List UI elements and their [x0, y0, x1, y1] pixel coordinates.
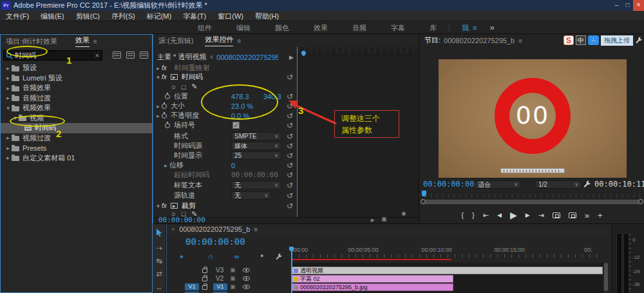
workspace-menu-icon[interactable]: ≡: [471, 24, 482, 32]
stopwatch-icon[interactable]: [165, 123, 170, 128]
format-dropdown[interactable]: SMPTE ∨: [231, 132, 281, 140]
minimize-button[interactable]: –: [611, 0, 622, 11]
menu-clip[interactable]: 剪辑(C): [70, 11, 106, 21]
reset-icon[interactable]: ↺: [287, 171, 293, 179]
ripple-edit-tool[interactable]: ↹: [156, 255, 162, 268]
sync-lock-icon[interactable]: ▣: [230, 275, 236, 281]
sequence-tab-menu-icon[interactable]: ≡: [254, 226, 258, 233]
delete-bin-icon[interactable]: [140, 52, 148, 59]
twirl-icon[interactable]: ▸: [5, 145, 12, 151]
reset-effect-icon[interactable]: ↺: [287, 73, 293, 81]
ellipse-mask-icon[interactable]: ○: [171, 83, 176, 91]
scrollbar-left-knob[interactable]: [421, 199, 426, 204]
step-forward-button[interactable]: ▶: [526, 212, 530, 218]
track-name[interactable]: V2: [216, 275, 223, 282]
timeline-playhead-head[interactable]: [289, 247, 294, 251]
monitor-settings-wrench-icon[interactable]: [583, 180, 591, 189]
menu-sequence[interactable]: 序列(S): [106, 11, 141, 21]
lock-icon[interactable]: [202, 285, 207, 290]
program-mini-ruler[interactable]: [419, 194, 644, 198]
new-bin-icon[interactable]: [126, 52, 135, 59]
tab-effect-controls[interactable]: 效果控件: [205, 35, 233, 46]
transport-overflow-icon[interactable]: »: [585, 211, 589, 220]
sync-lock-icon[interactable]: ▣: [230, 267, 236, 273]
menu-edit[interactable]: 编辑(E): [35, 11, 70, 21]
twirl-icon[interactable]: ▸: [5, 85, 12, 91]
go-to-out-button[interactable]: ⇥: [538, 211, 544, 220]
offset-value[interactable]: 0: [231, 162, 235, 169]
snap-magnet-icon[interactable]: ∩: [208, 252, 213, 260]
timeline-vertical-scrollbar[interactable]: [604, 263, 608, 291]
keyframe-ruler[interactable]: [298, 47, 420, 55]
mark-out-button[interactable]: }: [472, 211, 475, 219]
workspace-my[interactable]: 我: [450, 21, 471, 34]
twirl-icon[interactable]: ▸: [5, 75, 12, 81]
tab-close-icon[interactable]: ×: [171, 226, 175, 232]
strip-scroll-thumb[interactable]: [402, 212, 406, 216]
tree-item-video-transitions[interactable]: ▸ 视频过渡: [1, 133, 152, 144]
close-button[interactable]: ×: [633, 0, 644, 11]
reset-icon[interactable]: ↺: [287, 162, 293, 169]
menu-title[interactable]: 字幕(T): [177, 11, 212, 21]
ime-tools-icon[interactable]: ∴: [588, 35, 599, 45]
reset-icon[interactable]: ↺: [287, 93, 293, 100]
sequence-tab[interactable]: × 0008020220275295_b ≡: [167, 224, 644, 234]
menu-window[interactable]: 窗口(W): [212, 11, 249, 21]
reset-icon[interactable]: ↺: [287, 122, 293, 129]
reset-icon[interactable]: ↺: [287, 133, 293, 140]
source-patch-badge[interactable]: V1: [185, 283, 199, 290]
track-name[interactable]: V3: [216, 267, 223, 274]
selection-tool[interactable]: [156, 224, 163, 241]
lock-icon[interactable]: [202, 277, 207, 281]
fx-crop-row[interactable]: ▾ fx ▶ 裁剪 ↺: [153, 201, 297, 211]
twirl-icon[interactable]: ▸: [5, 95, 12, 101]
search-clear-icon[interactable]: ×: [95, 52, 99, 59]
fx-timecode-row[interactable]: ▾ fx ▶ 时间码 ↺: [153, 72, 297, 82]
twirl-icon[interactable]: ▸: [155, 65, 162, 71]
program-menu-icon[interactable]: ≡: [518, 37, 522, 44]
toggle-effects-icon[interactable]: ▣: [381, 216, 387, 222]
workspace-editing[interactable]: 编辑: [224, 21, 263, 34]
reset-icon[interactable]: ↺: [287, 112, 293, 120]
workspace-audio[interactable]: 音频: [340, 21, 379, 34]
fx-time-remap-row[interactable]: ▸ fx 时间重映射: [153, 63, 297, 73]
workspace-titles[interactable]: 字幕: [379, 21, 417, 34]
transform-icon[interactable]: ▶: [171, 203, 178, 209]
twirl-icon[interactable]: ▾: [12, 115, 19, 121]
stopwatch-icon[interactable]: [165, 94, 170, 99]
timeline-timecode[interactable]: 00:00:00:00: [185, 236, 245, 247]
tab-source-monitor[interactable]: 源:(无剪辑): [158, 36, 193, 46]
twirl-icon[interactable]: ▸: [162, 162, 169, 169]
workspace-color[interactable]: 颜色: [263, 21, 301, 34]
twirl-icon[interactable]: ▾: [155, 74, 162, 80]
workspace-libraries[interactable]: 库: [417, 21, 449, 34]
nest-sequence-icon[interactable]: *: [180, 252, 184, 263]
search-input[interactable]: [15, 52, 87, 59]
eye-icon[interactable]: [243, 276, 250, 281]
tab-effects[interactable]: 效果: [75, 35, 90, 47]
scrollbar-right-knob[interactable]: [638, 199, 643, 204]
eye-icon[interactable]: [243, 268, 250, 272]
tree-item-presets-cn[interactable]: ▸ 预设: [1, 63, 152, 73]
resolution-dropdown[interactable]: 1/2 ∨: [535, 180, 582, 189]
workspace-overflow-icon[interactable]: »: [482, 23, 494, 32]
tree-item-lumetri[interactable]: ▸ Lumetri 预设: [1, 73, 152, 84]
tree-item-audio-transitions[interactable]: ▸ 音频过渡: [1, 93, 152, 104]
fit-dropdown[interactable]: 适合 ∨: [475, 180, 521, 189]
sync-lock-icon[interactable]: ▣: [230, 283, 236, 290]
source-track-dropdown[interactable]: 无 ∨: [231, 191, 271, 200]
pen-mask-icon[interactable]: ✎: [191, 82, 197, 91]
program-scrollbar[interactable]: [421, 200, 643, 204]
lock-icon[interactable]: [202, 269, 207, 273]
twirl-icon[interactable]: ▸: [5, 155, 12, 161]
reset-icon[interactable]: ↺: [287, 102, 293, 110]
time-display-dropdown[interactable]: 25 ∨: [231, 151, 281, 160]
ime-language-icon[interactable]: 中: [576, 35, 586, 45]
clip-transparent-video[interactable]: 透明视频: [292, 267, 603, 274]
twirl-icon[interactable]: ▾: [155, 203, 162, 209]
workspace-effects[interactable]: 效果: [301, 21, 340, 34]
twirl-icon[interactable]: ▸: [155, 113, 162, 119]
timecode-source-dropdown[interactable]: 媒体 ∨: [231, 142, 281, 150]
go-to-in-button[interactable]: ⇤: [483, 211, 489, 220]
transform-icon[interactable]: ▶: [171, 74, 178, 80]
